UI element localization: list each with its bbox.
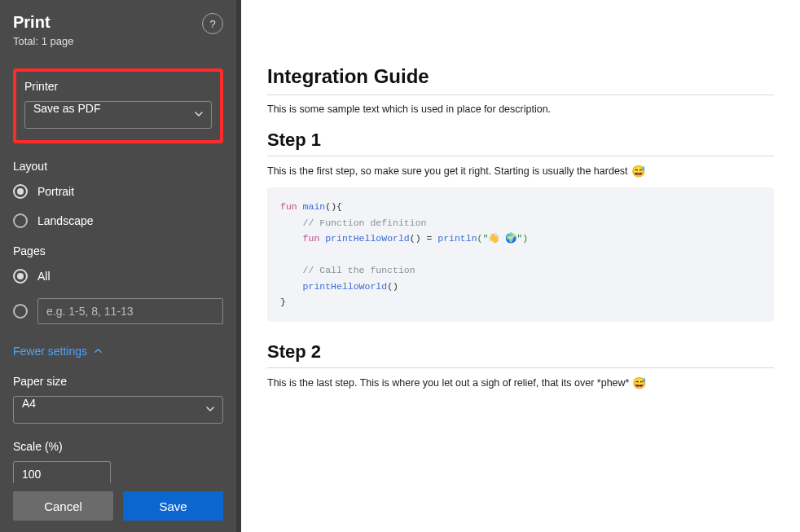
document: Integration Guide This is some sample te… (267, 65, 774, 389)
sidebar-header: Print Total: 1 page ? (0, 0, 236, 57)
paper-size-value: A4 (22, 397, 36, 410)
step1-text: This is the first step, so make sure you… (267, 165, 774, 178)
layout-section: Layout Portrait Landscape (13, 160, 223, 228)
sidebar-body: Printer Save as PDF Layout Portrait (0, 57, 236, 483)
radio-icon (13, 269, 28, 284)
doc-title: Integration Guide (267, 65, 774, 88)
layout-portrait-label: Portrait (37, 185, 74, 198)
step2-heading: Step 2 (267, 341, 774, 363)
pages-label: Pages (13, 244, 223, 257)
layout-landscape-radio[interactable]: Landscape (13, 213, 223, 228)
print-sidebar: Print Total: 1 page ? Printer Save as PD… (0, 0, 236, 532)
scale-section: Scale (%) (13, 440, 223, 483)
save-button[interactable]: Save (123, 491, 223, 521)
pages-section: Pages All (13, 244, 223, 324)
help-icon: ? (209, 18, 215, 30)
step1-heading: Step 1 (267, 130, 774, 151)
globe-emoji-icon: 🌍 (505, 233, 516, 244)
fewer-settings-label: Fewer settings (13, 345, 87, 358)
radio-icon (13, 184, 28, 199)
radio-icon (13, 213, 28, 228)
layout-label: Layout (13, 160, 223, 173)
doc-description: This is some sample text which is used i… (267, 103, 774, 115)
sidebar-footer: Cancel Save (0, 483, 236, 532)
printer-select-value: Save as PDF (33, 102, 100, 115)
printer-label: Printer (24, 80, 212, 93)
paper-size-select[interactable]: A4 (13, 396, 223, 424)
wave-emoji-icon: 👋 (488, 233, 499, 244)
pages-range-radio[interactable] (13, 304, 28, 319)
print-page-count: Total: 1 page (13, 35, 73, 47)
pages-range-input[interactable] (37, 298, 223, 324)
sweat-smile-emoji-icon: 😅 (631, 165, 645, 178)
radio-icon (13, 304, 28, 319)
print-preview: Integration Guide This is some sample te… (241, 0, 800, 532)
pages-all-radio[interactable]: All (13, 269, 223, 284)
paper-size-label: Paper size (13, 375, 223, 388)
cancel-button[interactable]: Cancel (13, 491, 113, 521)
code-block: fun main(){ // Function definition fun p… (267, 187, 774, 322)
printer-section-highlight: Printer Save as PDF (13, 68, 223, 143)
printer-select[interactable]: Save as PDF (24, 101, 212, 129)
scale-input[interactable] (13, 461, 111, 483)
paper-size-section: Paper size A4 (13, 375, 223, 424)
divider (267, 156, 774, 156)
pages-all-label: All (37, 270, 51, 283)
help-button[interactable]: ? (202, 13, 223, 34)
layout-portrait-radio[interactable]: Portrait (13, 184, 223, 199)
step2-text: This is the last step. This is where you… (267, 376, 774, 389)
print-title: Print (13, 13, 73, 32)
layout-landscape-label: Landscape (37, 214, 94, 227)
chevron-up-icon (94, 344, 103, 358)
sweat-smile-emoji-icon: 😅 (632, 376, 646, 389)
divider (267, 367, 774, 368)
scale-label: Scale (%) (13, 440, 223, 453)
fewer-settings-link[interactable]: Fewer settings (13, 344, 223, 358)
divider (267, 95, 774, 95)
